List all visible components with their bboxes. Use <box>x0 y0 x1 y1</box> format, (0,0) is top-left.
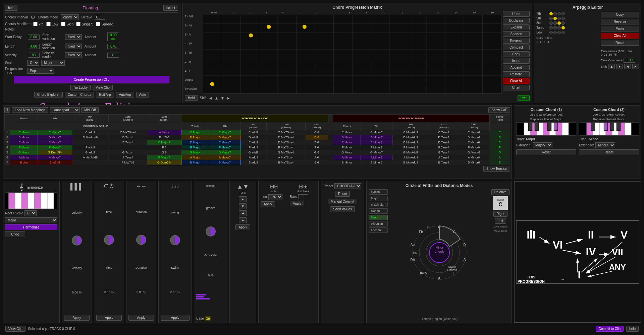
min-9th-2[interactable]: D MinAdd9 <box>392 135 429 140</box>
maj-11th-6[interactable]: A Ma7Sus4 <box>266 155 305 160</box>
min-11th-5[interactable]: G 7sus4 <box>429 150 458 155</box>
min-7th-7[interactable]: B Minor7 <box>361 160 392 165</box>
maj-11th-3[interactable]: E Ma7Sus4 <box>266 140 305 145</box>
maj-9th-4[interactable]: F add9 <box>240 145 267 150</box>
scale-triads-7[interactable]: B dim <box>10 160 38 165</box>
scale-type-select[interactable]: Major <box>41 60 65 66</box>
groove-dial[interactable] <box>206 226 216 237</box>
maj-7th-1[interactable]: C Major7 <box>209 130 240 135</box>
duplicate-btn[interactable]: Duplicate <box>503 18 530 23</box>
length-input[interactable] <box>28 44 40 49</box>
scale-type-harmonize[interactable]: Major <box>5 217 57 223</box>
dot-7th-3[interactable] <box>557 12 561 15</box>
min-7th-5[interactable]: G Minor7 <box>361 150 392 155</box>
min-7th-3[interactable]: E Minor7 <box>361 140 392 145</box>
maj-7th-4[interactable]: F Major7 <box>209 145 240 150</box>
scale-triads-6[interactable]: A Minor <box>10 155 38 160</box>
scale-9th-5[interactable]: G add9 <box>72 150 108 155</box>
scale-13th-7[interactable]: G Dom7th <box>147 160 181 165</box>
min-13th-2[interactable]: D Minor6 <box>458 135 489 140</box>
key-as[interactable] <box>83 12 88 13</box>
scale-13th-4[interactable]: F 6 <box>147 145 181 150</box>
maj-triads-2[interactable]: D Major <box>181 135 209 140</box>
maj-9th-3[interactable]: E add9 <box>240 140 267 145</box>
maj-13th-2[interactable]: D 6 <box>305 135 328 140</box>
min-13th-3[interactable]: E Minor6 <box>458 140 489 145</box>
maj-triads-6[interactable]: A Major <box>181 155 209 160</box>
mode-mixolydian[interactable]: Mixolydian <box>369 202 388 207</box>
undo-btn[interactable]: Undo <box>503 11 530 17</box>
key-ds2[interactable] <box>103 12 108 13</box>
scale-triads-1[interactable]: C Major <box>10 130 38 135</box>
min-11th-3[interactable]: E 7sus4 <box>429 140 458 145</box>
dot-7th-4[interactable] <box>561 12 565 15</box>
arp-clear-all-btn[interactable]: Clear All <box>601 33 639 39</box>
seed-values-btn[interactable]: Seed Values <box>330 206 355 212</box>
grid-select[interactable]: 1/4 <box>268 194 282 200</box>
key-c2[interactable] <box>92 12 98 13</box>
auto-btn[interactable]: Auto <box>136 92 149 97</box>
maj-7th-5[interactable]: G Major7 <box>209 150 240 155</box>
restore-btn[interactable]: Restore <box>503 71 530 77</box>
live-btn[interactable]: Live <box>518 95 530 101</box>
maj-triads-1[interactable]: C Major <box>181 130 209 135</box>
key-b2[interactable] <box>132 12 139 13</box>
scale-9th-6[interactable]: A MinAdd9 <box>72 155 108 160</box>
key-ds[interactable] <box>56 12 61 13</box>
split-apply-btn[interactable]: Apply <box>261 201 275 207</box>
shift-down-btn[interactable]: ▼ <box>616 64 623 69</box>
min-7th-2[interactable]: D Minor7 <box>361 135 392 140</box>
min-11th-4[interactable]: F 7sus4 <box>429 145 458 150</box>
vel-mode-select[interactable]: fixed <box>65 52 82 58</box>
right-btn[interactable]: Right <box>493 211 507 217</box>
view-clip-bottom-btn[interactable]: View Clip <box>5 326 25 332</box>
hold-btn[interactable]: Hold <box>185 95 198 101</box>
distribute-apply-btn[interactable]: Apply <box>290 201 304 206</box>
view-clip-btn-top[interactable]: View Clip <box>93 85 113 90</box>
mode-minor[interactable]: Minor <box>369 215 388 220</box>
mod-spread-check[interactable] <box>96 22 100 26</box>
key-c[interactable] <box>45 12 51 13</box>
maj-11th-7[interactable]: B Ma7Sus4 <box>266 160 305 165</box>
min-triads-1[interactable]: C Minor <box>333 130 361 135</box>
scale-13th-6[interactable]: F Major7 <box>147 155 181 160</box>
min-triads-4[interactable]: F Minor <box>333 145 361 150</box>
custom-chords-btn[interactable]: Custom Chords <box>65 92 94 97</box>
insert-btn[interactable]: Insert <box>503 58 530 64</box>
chords-mode-select[interactable]: chord <box>61 14 79 20</box>
scale-13th-1[interactable]: A Minor <box>147 130 181 135</box>
key-d2[interactable] <box>98 12 105 13</box>
maj-9th-7[interactable]: B add9 <box>240 160 267 165</box>
dot-3rd-2[interactable] <box>553 21 557 25</box>
scale-9th-2[interactable]: D MinAdd9 <box>72 135 108 140</box>
duration-apply-btn[interactable]: Apply <box>128 315 154 321</box>
maj-13th-4[interactable]: F 6 <box>305 145 328 150</box>
scale-7th-2[interactable]: D Minor7 <box>38 135 72 140</box>
min-11th-7[interactable]: B 7sus4 <box>429 160 458 165</box>
min-triads-5[interactable]: G Minor <box>333 150 361 155</box>
key-gs2[interactable] <box>123 12 128 13</box>
min-11th-6[interactable]: A 7sus4 <box>429 155 458 160</box>
min-triads-2[interactable]: D Minor <box>333 135 361 140</box>
maj-7th-6[interactable]: A Major7 <box>209 155 240 160</box>
key-f[interactable] <box>65 12 71 13</box>
mode-lydian[interactable]: Lydian <box>369 189 388 195</box>
maj-9th-1[interactable]: C add9 <box>240 130 267 135</box>
min-13th-1[interactable]: C Minor6 <box>458 130 489 135</box>
show-cof-btn[interactable]: Show CoF <box>488 107 510 113</box>
force-4[interactable]: F <box>489 145 510 150</box>
scale-13th-3[interactable]: C Major7 <box>147 140 181 145</box>
cc2-extended-select[interactable]: Minor7 <box>595 142 615 148</box>
dot-5th-2[interactable] <box>553 17 557 20</box>
key-cs2[interactable] <box>97 12 101 13</box>
min-11th-1[interactable]: C 7sus4 <box>429 130 458 135</box>
matrix-grid[interactable] <box>203 15 501 94</box>
min-9th-6[interactable]: A MinAdd9 <box>392 155 429 160</box>
scale-7th-3[interactable]: E Minor7 <box>38 140 72 145</box>
maj-13th-6[interactable]: A 6 <box>305 155 328 160</box>
reverse-btn[interactable]: Reverse <box>503 38 530 44</box>
scale-13th-2[interactable]: B m7b5 <box>147 135 181 140</box>
min-7th-1[interactable]: C Minor7 <box>361 130 392 135</box>
key-g[interactable] <box>71 12 78 13</box>
edit-arp-btn[interactable]: Edit Arp <box>96 92 114 97</box>
